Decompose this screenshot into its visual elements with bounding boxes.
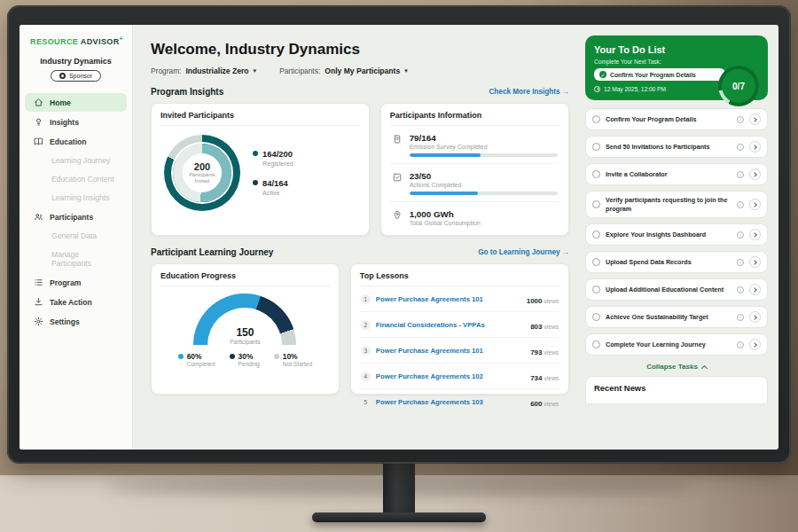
go-to-learning-journey-link[interactable]: Go to Learning Journey → xyxy=(478,248,569,256)
recent-news-card: Recent News xyxy=(585,376,768,404)
task-item[interactable]: Send 50 Invitations to Participants i xyxy=(585,136,768,158)
participants-filter[interactable]: Participants: Only My Participants ▾ xyxy=(279,66,408,75)
sidebar-item-education[interactable]: Education xyxy=(25,132,127,151)
task-checkbox[interactable] xyxy=(592,340,600,348)
stat-row: 23/50 Actions Completed xyxy=(390,164,559,202)
arrow-right-icon: → xyxy=(562,88,569,96)
collapse-tasks-link[interactable]: Collapse Tasks xyxy=(585,363,768,371)
rank-badge: 1 xyxy=(361,294,371,304)
task-item[interactable]: Verify participants requesting to join t… xyxy=(585,191,768,218)
gauge-center: 150 Participants xyxy=(193,326,296,345)
sidebar-item-insights[interactable]: Insights xyxy=(25,113,127,131)
task-item[interactable]: Complete Your Learning Journey i xyxy=(585,333,768,356)
sidebar-item-education-content[interactable]: Education Content xyxy=(25,170,127,188)
chevron-right-icon[interactable] xyxy=(749,311,761,323)
lesson-link[interactable]: Power Purchase Agreements 101 xyxy=(376,295,521,303)
main-content: Welcome, Industry Dynamics Program: Indu… xyxy=(133,25,582,450)
next-task-pill[interactable]: ✓ Confirm Your Program Details xyxy=(594,68,725,81)
chevron-right-icon[interactable] xyxy=(749,141,761,153)
task-checkbox[interactable] xyxy=(592,313,600,321)
sidebar-item-label: Learning Journey xyxy=(51,156,110,165)
chevron-right-icon[interactable] xyxy=(749,229,761,240)
chevron-right-icon[interactable] xyxy=(749,339,761,350)
task-item[interactable]: Invite a Collaborator i xyxy=(585,163,768,185)
participants-filter-value: Only My Participants xyxy=(325,66,400,75)
chevron-right-icon[interactable] xyxy=(749,168,761,180)
sidebar-item-home[interactable]: Home xyxy=(25,93,127,112)
sidebar-item-general-data[interactable]: General Data xyxy=(25,227,127,245)
program-filter[interactable]: Program: Industrialize Zero ▾ xyxy=(151,66,256,75)
task-item[interactable]: Confirm Your Program Details i xyxy=(585,108,768,130)
stat-row: 79/164 Emission Survey Completed xyxy=(390,126,559,164)
monitor-stand-base xyxy=(312,512,486,522)
chevron-right-icon[interactable] xyxy=(749,284,761,295)
sidebar-item-learning-journey[interactable]: Learning Journey xyxy=(25,152,127,169)
donut-center-label: Participants Invited xyxy=(186,172,218,184)
sidebar-item-program[interactable]: Program xyxy=(25,273,127,292)
chevron-up-icon xyxy=(701,365,708,372)
task-item[interactable]: Upload Additional Educational Content i xyxy=(585,278,768,301)
location-pin-icon xyxy=(392,210,403,221)
sidebar-item-label: Education Content xyxy=(51,175,114,184)
invited-participants-card: Invited Participants 200 Participants In… xyxy=(151,103,370,236)
sidebar-item-learning-insights[interactable]: Learning Insights xyxy=(25,189,127,207)
section-title: Participant Learning Journey xyxy=(151,247,273,257)
task-checkbox[interactable] xyxy=(592,115,600,123)
brand-logo: RESOURCE ADVISOR+ xyxy=(20,35,132,46)
info-icon: i xyxy=(737,341,744,348)
lesson-row[interactable]: 1 Power Purchase Agreements 101 1000view… xyxy=(360,286,559,312)
account-block: Industry Dynamics Sponsor xyxy=(20,57,132,82)
sidebar-item-take-action[interactable]: Take Action xyxy=(25,293,127,311)
actions-icon xyxy=(392,172,403,183)
info-icon: i xyxy=(737,116,744,123)
task-checkbox[interactable] xyxy=(592,170,600,178)
progress-bar xyxy=(410,153,558,157)
education-progress-gauge: 150 Participants xyxy=(193,293,296,345)
lesson-row[interactable]: 4 Power Purchase Agreements 102 734views xyxy=(360,364,559,389)
info-icon: i xyxy=(737,231,744,239)
task-item[interactable]: Explore Your Insights Dashboard i xyxy=(585,223,768,246)
card-title: Education Progress xyxy=(160,271,330,286)
legend-item: 10% Not Started xyxy=(274,352,312,367)
action-arrow-icon xyxy=(34,297,43,307)
lesson-link[interactable]: Power Purchase Agreements 101 xyxy=(376,347,525,355)
chevron-right-icon[interactable] xyxy=(749,256,761,268)
chevron-right-icon[interactable] xyxy=(749,113,761,125)
sidebar-item-label: Take Action xyxy=(50,298,92,307)
chevron-right-icon[interactable] xyxy=(749,199,761,210)
lesson-row[interactable]: 3 Power Purchase Agreements 101 793views xyxy=(360,338,559,364)
task-item[interactable]: Upload Spend Data Records i xyxy=(585,251,768,273)
task-checkbox[interactable] xyxy=(592,200,600,208)
sidebar-item-label: Education xyxy=(50,137,87,146)
task-checkbox[interactable] xyxy=(592,286,600,293)
program-filter-value: Industrialize Zero xyxy=(185,66,248,75)
sidebar: RESOURCE ADVISOR+ Industry Dynamics Spon… xyxy=(20,25,133,450)
task-checkbox[interactable] xyxy=(592,258,600,266)
lesson-row[interactable]: 5 Power Purchase Agreements 103 600views xyxy=(360,389,559,414)
sidebar-item-label: Manage Participants xyxy=(51,250,118,268)
legend-item: 60% Completed xyxy=(178,352,215,367)
survey-icon xyxy=(392,134,403,145)
info-icon: i xyxy=(737,201,744,208)
info-icon: i xyxy=(737,314,744,321)
todo-subtitle: Complete Your Next Task: xyxy=(594,59,759,65)
lesson-row[interactable]: 2 Financial Considerations - VPPAs 803vi… xyxy=(360,312,559,338)
legend-dot-completed xyxy=(178,354,184,359)
sponsor-badge[interactable]: Sponsor xyxy=(51,70,101,82)
task-checkbox[interactable] xyxy=(592,231,600,239)
task-item[interactable]: Achieve One Sustainability Target i xyxy=(585,306,768,328)
task-checkbox[interactable] xyxy=(592,143,600,151)
rank-badge: 4 xyxy=(361,372,371,381)
lesson-link[interactable]: Power Purchase Agreements 102 xyxy=(376,372,525,380)
lesson-link[interactable]: Financial Considerations - VPPAs xyxy=(376,321,525,329)
sidebar-item-participants[interactable]: Participants xyxy=(25,207,127,226)
check-more-insights-link[interactable]: Check More Insights → xyxy=(489,88,569,96)
info-icon: i xyxy=(737,286,744,293)
sidebar-item-settings[interactable]: Settings xyxy=(25,312,127,331)
todo-summary-card: Your To Do List Complete Your Next Task:… xyxy=(585,35,768,100)
sidebar-nav: Home Insights Education Learning Journey… xyxy=(20,93,132,331)
lesson-link[interactable]: Power Purchase Agreements 103 xyxy=(376,398,525,406)
sidebar-item-manage-participants[interactable]: Manage Participants xyxy=(25,246,127,272)
progress-bar xyxy=(410,192,558,195)
donut-center: 200 Participants Invited xyxy=(183,153,222,192)
